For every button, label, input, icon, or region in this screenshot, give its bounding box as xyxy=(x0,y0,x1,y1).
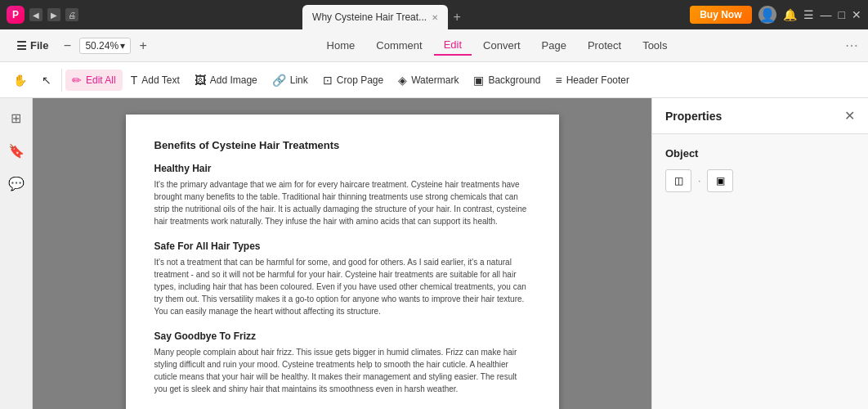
title-bar-right: Buy Now 👤 🔔 ☰ — □ ✕ xyxy=(690,6,861,24)
add-image-btn[interactable]: 🖼 Add Image xyxy=(188,70,264,91)
crop-icon: ⊡ xyxy=(323,74,333,87)
edit-all-icon: ✏ xyxy=(72,74,82,87)
app-icon: P xyxy=(7,6,25,24)
main-content: ⊞ 🔖 💬 Benefits of Cysteine Hair Treatmen… xyxy=(0,98,868,409)
section-title-safe-hair-types: Safe For All Hair Types xyxy=(154,240,530,252)
header-footer-icon: ≡ xyxy=(555,74,562,87)
active-tab[interactable]: Why Cysteine Hair Treat... ✕ xyxy=(302,5,448,29)
menu-tools[interactable]: Tools xyxy=(633,36,677,55)
select-tool-btn[interactable]: ↖ xyxy=(35,70,58,91)
section-text-safe-hair-types: It's not a treatment that can be harmful… xyxy=(154,256,530,317)
title-bar-left: P ◀ ▶ 🖨 xyxy=(7,6,78,24)
zoom-controls: − 50.24% ▾ + xyxy=(58,37,152,55)
crop-page-btn[interactable]: ⊡ Crop Page xyxy=(316,70,390,91)
menu-convert[interactable]: Convert xyxy=(473,36,530,55)
object-align-right-btn[interactable]: ▣ xyxy=(707,169,733,192)
edit-all-label: Edit All xyxy=(86,74,116,86)
link-btn[interactable]: 🔗 Link xyxy=(266,70,315,91)
section-title-healthy-hair: Healthy Hair xyxy=(154,163,530,174)
file-menu[interactable]: ☰ File xyxy=(10,36,55,56)
sidebar-icon-bookmarks[interactable]: 🔖 xyxy=(3,137,29,164)
zoom-value[interactable]: 50.24% ▾ xyxy=(79,38,131,54)
forward-btn[interactable]: ▶ xyxy=(47,8,60,21)
section-text-healthy-hair: It's the primary advantage that we aim f… xyxy=(154,178,530,227)
select-icon: ↖ xyxy=(42,74,51,87)
menu-items: Home Comment Edit Convert Page Protect T… xyxy=(155,35,839,56)
tab-title: Why Cysteine Hair Treat... xyxy=(312,11,427,23)
avatar[interactable]: 👤 xyxy=(758,6,776,24)
object-controls: ◫ · ▣ xyxy=(665,169,855,192)
file-label: File xyxy=(30,39,48,52)
doc-main-title: Benefits of Cysteine Hair Treatments xyxy=(154,139,530,151)
section-text-frizz: Many people complain about hair frizz. T… xyxy=(154,346,530,395)
document-page: Benefits of Cysteine Hair Treatments Hea… xyxy=(126,115,559,409)
print-btn[interactable]: 🖨 xyxy=(65,8,78,21)
toolbar-divider xyxy=(61,69,62,92)
menu-protect[interactable]: Protect xyxy=(578,36,631,55)
add-text-icon: T xyxy=(131,74,138,87)
crop-page-label: Crop Page xyxy=(337,74,383,86)
document-area[interactable]: Benefits of Cysteine Hair Treatments Hea… xyxy=(33,98,651,409)
header-footer-label: Header Footer xyxy=(566,74,629,86)
hamburger-icon: ☰ xyxy=(16,39,27,52)
watermark-icon: ◈ xyxy=(398,74,407,87)
menu-page[interactable]: Page xyxy=(532,36,576,55)
menu-comment[interactable]: Comment xyxy=(366,36,432,55)
add-image-label: Add Image xyxy=(210,74,257,86)
section-title-frizz: Say Goodbye To Frizz xyxy=(154,330,530,342)
maximize-btn[interactable]: □ xyxy=(839,8,845,21)
window-close-btn[interactable]: ✕ xyxy=(852,8,861,21)
panel-header: Properties ✕ xyxy=(652,98,868,134)
sidebar-icon-pages[interactable]: ⊞ xyxy=(3,105,29,131)
properties-panel: Properties ✕ Object ◫ · ▣ xyxy=(651,98,868,409)
add-image-icon: 🖼 xyxy=(195,74,206,87)
panel-body: Object ◫ · ▣ xyxy=(652,134,868,409)
menu-home[interactable]: Home xyxy=(317,36,365,55)
add-text-label: Add Text xyxy=(141,74,179,86)
edit-all-btn[interactable]: ✏ Edit All xyxy=(65,70,123,91)
notifications-icon[interactable]: 🔔 xyxy=(783,8,797,21)
more-options-icon[interactable]: ⋯ xyxy=(845,38,858,53)
buy-now-button[interactable]: Buy Now xyxy=(690,6,751,24)
hand-icon: ✋ xyxy=(13,74,27,87)
hand-tool-btn[interactable]: ✋ xyxy=(7,70,34,91)
title-bar-center: Why Cysteine Hair Treat... ✕ + xyxy=(83,0,685,29)
doc-section-safe-hair-types: Safe For All Hair Types It's not a treat… xyxy=(154,240,530,317)
tab-close-btn[interactable]: ✕ xyxy=(432,13,438,22)
zoom-dropdown-icon: ▾ xyxy=(120,40,125,52)
add-text-btn[interactable]: T Add Text xyxy=(124,70,186,91)
watermark-label: Watermark xyxy=(411,74,459,86)
watermark-btn[interactable]: ◈ Watermark xyxy=(391,70,465,91)
object-align-left-btn[interactable]: ◫ xyxy=(665,169,691,192)
background-icon: ▣ xyxy=(473,74,484,87)
zoom-in-btn[interactable]: + xyxy=(134,37,152,55)
panel-close-btn[interactable]: ✕ xyxy=(844,108,855,124)
minimize-btn[interactable]: — xyxy=(821,8,832,21)
doc-section-frizz: Say Goodbye To Frizz Many people complai… xyxy=(154,330,530,395)
doc-section-healthy-hair: Healthy Hair It's the primary advantage … xyxy=(154,163,530,227)
object-separator: · xyxy=(698,175,700,187)
header-footer-btn[interactable]: ≡ Header Footer xyxy=(548,70,636,91)
zoom-out-btn[interactable]: − xyxy=(58,37,76,55)
panel-title: Properties xyxy=(665,110,722,123)
sidebar-icon-comments[interactable]: 💬 xyxy=(3,170,29,196)
object-section-title: Object xyxy=(665,147,855,160)
background-btn[interactable]: ▣ Background xyxy=(467,70,547,91)
menu-icon[interactable]: ☰ xyxy=(803,8,814,21)
background-label: Background xyxy=(488,74,540,86)
left-sidebar: ⊞ 🔖 💬 xyxy=(0,98,33,409)
title-bar: P ◀ ▶ 🖨 Why Cysteine Hair Treat... ✕ + B… xyxy=(0,0,868,29)
link-icon: 🔗 xyxy=(272,74,286,87)
menu-edit[interactable]: Edit xyxy=(434,35,472,56)
menu-bar: ☰ File − 50.24% ▾ + Home Comment Edit Co… xyxy=(0,29,868,62)
back-btn[interactable]: ◀ xyxy=(29,8,43,21)
toolbar: ✋ ↖ ✏ Edit All T Add Text 🖼 Add Image 🔗 … xyxy=(0,62,868,98)
new-tab-btn[interactable]: + xyxy=(448,8,466,26)
link-label: Link xyxy=(290,74,308,86)
